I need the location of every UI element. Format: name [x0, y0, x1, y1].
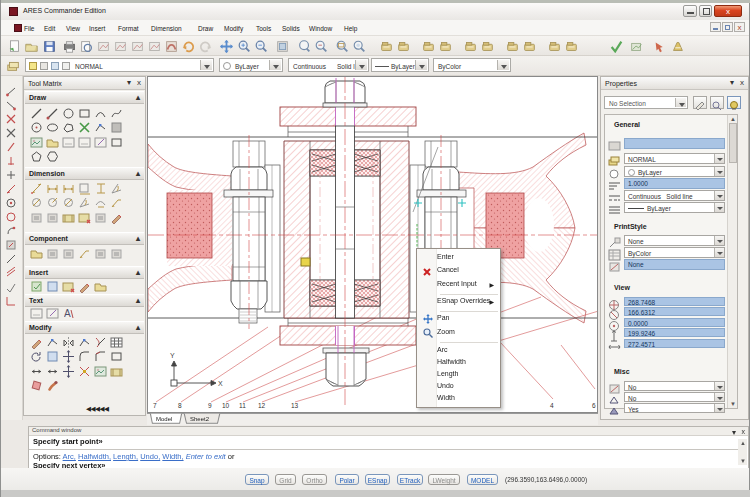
- svg-text:10: 10: [222, 402, 230, 409]
- svg-text:12: 12: [258, 402, 266, 409]
- svg-text:6: 6: [592, 402, 596, 409]
- svg-text:A: A: [64, 308, 71, 319]
- svg-text:7: 7: [153, 402, 157, 409]
- svg-text:8: 8: [178, 402, 182, 409]
- svg-text:Y: Y: [170, 352, 175, 359]
- svg-text:9: 9: [208, 402, 212, 409]
- svg-text:4: 4: [550, 402, 554, 409]
- svg-text:11: 11: [239, 402, 246, 409]
- svg-text:X: X: [218, 380, 223, 387]
- svg-text:13: 13: [291, 402, 299, 409]
